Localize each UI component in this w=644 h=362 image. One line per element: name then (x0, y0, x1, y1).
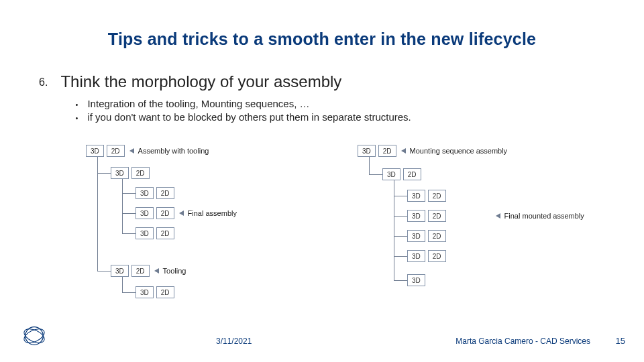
box-3d: 3D (358, 145, 376, 157)
arrow-left-icon (154, 268, 159, 274)
arrow-left-icon (179, 210, 184, 216)
box-3d: 3D (136, 207, 154, 219)
tree-node: 3D 2D Final mounted assembly (407, 210, 584, 222)
tree-node: 3D 2D (136, 227, 174, 239)
box-2d: 2D (428, 230, 446, 242)
box-2d: 2D (156, 187, 174, 199)
box-3d: 3D (382, 168, 400, 180)
box-3d: 3D (136, 187, 154, 199)
connector-line (122, 179, 123, 234)
connector-line (369, 157, 370, 174)
arrow-left-icon (401, 148, 406, 154)
connector-line (394, 196, 407, 196)
arrow-left-icon (496, 213, 500, 219)
box-2d: 2D (428, 210, 446, 222)
tree-node: 3D 2D (382, 168, 421, 180)
box-2d: 2D (156, 286, 174, 298)
node-label: Final mounted assembly (504, 212, 584, 220)
node-label: Assembly with tooling (138, 147, 209, 155)
cern-logo-icon (21, 323, 47, 349)
diagram-left: 3D 2D Assembly with tooling 3D 2D 3D 2D (75, 145, 340, 306)
footer-page-number: 15 (616, 336, 625, 346)
box-2d: 2D (107, 145, 125, 157)
box-3d: 3D (407, 250, 425, 262)
tree-node: 3D 2D Mounting sequence assembly (358, 145, 507, 157)
content-list: 6. Think the morphology of your assembly… (39, 72, 617, 125)
diagram-right: 3D 2D Mounting sequence assembly 3D 2D 3… (347, 145, 619, 306)
box-3d: 3D (111, 265, 129, 277)
box-2d: 2D (378, 145, 396, 157)
node-label: Final assembly (188, 209, 237, 217)
box-2d: 2D (428, 190, 446, 202)
box-2d: 2D (131, 167, 150, 179)
box-3d: 3D (86, 145, 104, 157)
bullet-text: if you don't want to be blocked by other… (87, 111, 411, 123)
sub-bullet: • if you don't want to be blocked by oth… (75, 111, 411, 123)
connector-line (122, 233, 136, 234)
box-2d: 2D (156, 227, 174, 239)
connector-line (97, 271, 111, 272)
connector-line (394, 216, 407, 217)
box-2d: 2D (428, 250, 446, 262)
arrow-left-icon (129, 148, 134, 154)
box-2d: 2D (131, 265, 150, 277)
connector-line (394, 256, 407, 257)
tree-node: 3D 2D Tooling (111, 265, 186, 277)
tree-node: 3D 2D (136, 286, 174, 298)
tree-node: 3D 2D (407, 250, 446, 262)
tree-node: 3D 2D Final assembly (136, 207, 237, 219)
connector-line (122, 213, 136, 214)
tree-node: 3D (407, 274, 425, 286)
box-3d: 3D (407, 274, 425, 286)
connector-line (122, 193, 136, 194)
box-3d: 3D (407, 210, 425, 222)
box-3d: 3D (136, 227, 154, 239)
list-number: 6. (39, 72, 58, 88)
node-label: Tooling (163, 267, 186, 275)
connector-line (97, 157, 98, 271)
tree-node: 3D 2D (407, 230, 446, 242)
sub-bullet: • Integration of the tooling, Mounting s… (75, 98, 411, 109)
diagram-area: 3D 2D Assembly with tooling 3D 2D 3D 2D (75, 145, 624, 306)
bullet-dot-icon: • (75, 111, 87, 122)
box-3d: 3D (407, 190, 425, 202)
connector-line (369, 174, 382, 175)
connector-line (122, 292, 136, 293)
connector-line (394, 236, 407, 237)
box-2d: 2D (403, 168, 421, 180)
connector-line (122, 277, 123, 293)
list-heading: Think the morphology of your assembly (60, 72, 411, 91)
bullet-dot-icon: • (75, 98, 87, 109)
sub-list: • Integration of the tooling, Mounting s… (75, 98, 411, 123)
box-2d: 2D (156, 207, 174, 219)
box-3d: 3D (136, 286, 154, 298)
list-item-body: Think the morphology of your assembly • … (60, 72, 411, 125)
svg-point-2 (22, 326, 47, 345)
slide: Tips and tricks to a smooth enter in the… (0, 0, 644, 362)
tree-node: 3D 2D Assembly with tooling (86, 145, 209, 157)
tree-node: 3D 2D (136, 187, 174, 199)
footer-date: 3/11/2021 (216, 337, 252, 346)
connector-line (394, 280, 407, 281)
footer-author: Marta Garcia Camero - CAD Services (455, 337, 590, 346)
box-3d: 3D (407, 230, 425, 242)
tree-node: 3D 2D (111, 167, 150, 179)
connector-line (97, 173, 111, 174)
box-3d: 3D (111, 167, 129, 179)
tree-node: 3D 2D (407, 190, 446, 202)
bullet-text: Integration of the tooling, Mounting seq… (87, 98, 309, 109)
slide-title: Tips and tricks to a smooth enter in the… (0, 29, 644, 49)
footer: 3/11/2021 Marta Garcia Camero - CAD Serv… (0, 330, 644, 350)
node-label: Mounting sequence assembly (410, 147, 508, 155)
